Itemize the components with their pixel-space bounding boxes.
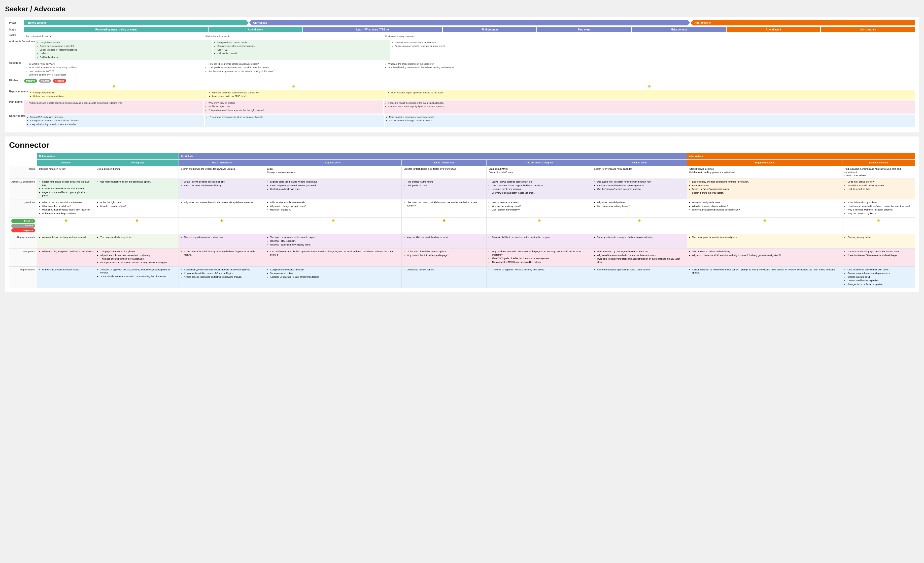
task-use-atse: Search and browse the website for news a… (179, 166, 265, 179)
opportunities-label: Opportunities (9, 115, 26, 117)
opp-engage: A clear indication as to how one makes c… (687, 267, 842, 288)
badge-neutral: Neutral (39, 79, 51, 82)
opp-find-event: A far more targeted approach to news / e… (592, 267, 687, 288)
step-find-event: Find event (537, 27, 631, 32)
opp-cell-2: A clear and predictable structure for co… (205, 115, 384, 128)
tasks-header: Tasks (9, 166, 37, 179)
pain-cell-2: Why aren't they on twitter?Profile isn't… (204, 100, 383, 114)
task-become: Find out about mentoring and what is inv… (842, 166, 915, 179)
connector-journey-map: Connector Before Website On Website Afte… (5, 136, 919, 292)
happy-join: The page was fairly easy to find. (95, 234, 179, 249)
steps-header-row: Induction Join a group Use ATSE website … (9, 159, 915, 166)
phase-before: Before Website (24, 20, 249, 25)
top-journey-map: Phase Before Website On Website After We… (5, 17, 919, 132)
task-email: Look for contact details in portal for m… (401, 166, 486, 179)
page-title: Seeker / Advocate (5, 5, 919, 13)
action-cell-1: Google/Web searchOnline peer networking … (35, 40, 212, 60)
happy-email: Very quickly I can send the chair an ema… (401, 234, 486, 249)
step-join-group: Join a group (95, 159, 179, 166)
question-cell-1: So what is ATSE anyway?What solutions do… (24, 61, 203, 78)
q-email: I like that I can contact quickly but ca… (401, 199, 486, 217)
mindset-header: Positive Neutral Negative (9, 217, 37, 234)
action-cell-2: Google related contact detailsSpeak to p… (213, 40, 390, 60)
step-login: Login to portal (265, 159, 401, 166)
pain-join: This page is unclear at first glance.All… (95, 249, 179, 267)
pain-find-event: I feel frustrated by how vague the searc… (592, 249, 687, 267)
mindset-findout: 😐 (486, 217, 592, 234)
pain-findout: Why do I have to scroll to the bottom of… (486, 249, 592, 267)
task-cell-2: Find out who to speak to (204, 34, 383, 39)
pain-points-header: Pain points (9, 249, 37, 267)
step-find-event-conn: Find an event (592, 159, 687, 166)
action-findout: Leave Fellows portal to access main site… (486, 179, 592, 199)
action-become: Go to the Fellows directorySearch for a … (842, 179, 915, 199)
opp-findout: A cleaner UI approach to CTAs, actions, … (486, 267, 592, 288)
action-engage: Explore policy priorities and forums for… (687, 179, 842, 199)
pain-use-atse: I'd like to be able to link directly to … (179, 249, 265, 267)
task-findout: Learn about IMNISContact the IMNIS team (486, 166, 592, 179)
q-join: Is this the right place?How do I contrib… (95, 199, 179, 217)
question-cell-2: How can I be sure this person is a relia… (204, 61, 383, 78)
opp-email: Centralised point of contact. (401, 267, 486, 288)
step-make-contact: Make contact (632, 27, 726, 32)
task-login: LoginChange or recover password (265, 166, 401, 179)
opp-use-atse: A consistent, predictable and robust str… (179, 267, 265, 288)
step-use-atse: Use ATSE website (179, 159, 265, 166)
q-findout: How do I contact the team?Who are the ad… (486, 199, 592, 217)
happy-cell-1: Strong Google resultsHelpful peer recomm… (29, 90, 207, 99)
task-cell-3: Post event enquiry or research (384, 34, 915, 39)
q-engage: How can I easily collaborate?Who do I sp… (687, 199, 842, 217)
action-email: Find profiles via the forum.Click profil… (401, 179, 486, 199)
task-induction: Induction for a new Fellow (37, 166, 95, 179)
tasks-row-label: Tasks (9, 34, 24, 36)
opp-join: A clearer UI approach to CTAs, actions, … (95, 267, 179, 288)
mindset-row-label: Mindset (9, 79, 24, 82)
phase-row-label: Phase (9, 21, 24, 24)
actions-header: Actions & Behaviours (9, 179, 37, 199)
happy-use-atse: There is a good volume of content here. (179, 234, 265, 249)
steps-row-label: Steps (9, 28, 24, 31)
mindset-find-event: 😟 (592, 217, 687, 234)
pain-points-label: Pain points (9, 100, 24, 103)
mindset-induction: 😊 (37, 217, 95, 234)
step-findout-program: Find out about a program (486, 159, 592, 166)
happy-findout: Fantastic, I'd like to be involved in th… (486, 234, 592, 249)
mindset-cell-2: 😊 (204, 84, 383, 89)
task-cell-1: Find out more information (24, 34, 203, 39)
step-email-forum: Email Forum Chair (401, 159, 486, 166)
badge-positive: Positive (24, 79, 37, 82)
step-learn: Learn / What does ATSE do (303, 27, 442, 32)
action-login: Login to portal via the alias website (m… (265, 179, 401, 199)
mindset-cell-1: 😊 (24, 84, 203, 89)
task-join: Join a Division, Forum (95, 166, 179, 179)
phase-on: On Website (249, 20, 690, 25)
mindset-login: 😊 (265, 217, 401, 234)
question-cell-3: What are the credentials/bio of the spea… (384, 61, 915, 78)
action-cell-3: Network with contacts made at the eventF… (390, 40, 915, 60)
action-find-event: Use events filter to search for content … (592, 179, 687, 199)
pain-email: I'd like a list of available contact opt… (401, 249, 486, 267)
happy-engage: This has a great turn out of likeminded … (687, 234, 842, 249)
step-engage-peers: Engage with peers (687, 159, 842, 166)
step-attend-event2: Attend event (726, 27, 820, 32)
phase-header-on: On Website (179, 153, 687, 160)
mindset-email: 😐 (401, 217, 486, 234)
happy-become: Directory is easy to find. (842, 234, 915, 249)
pain-cell-1: I'm time poor and Google don't help much… (24, 100, 203, 114)
questions-row-label: Questions (9, 61, 24, 64)
pain-points-row: Pain points Why must I log in again to n… (9, 249, 915, 267)
q-find-event: Why can't I search by date?Can I search … (592, 199, 687, 217)
happy-moments-label: Happy moments (9, 90, 29, 93)
phase-header-row: Before Website On Website After Website (9, 153, 915, 160)
opp-login: Google/social media log-in option.Show p… (265, 267, 401, 288)
step-join-program: Join program (821, 27, 915, 32)
connector-title: Connector (9, 141, 915, 150)
step-find-program: Find program (443, 27, 537, 32)
opp-cell-1: Strong SEO and online outreachStrong soc… (26, 115, 204, 128)
questions-header: Questions (9, 199, 37, 217)
action-induction: Search for Fellows election details via … (37, 179, 95, 199)
happy-cell-2: Wow this person is passionate and speaks… (207, 90, 386, 99)
step-become-mentor: Become a mentor (842, 159, 915, 166)
q-login: Will I receive a confirmation email?Why … (265, 199, 401, 217)
step-induction: Induction (37, 159, 95, 166)
